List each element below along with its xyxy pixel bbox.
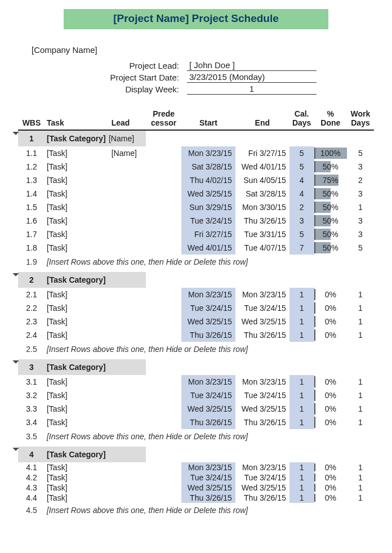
cell-lead[interactable] [110,493,146,503]
cell-task[interactable]: [Task] [45,200,110,214]
cell-start[interactable]: Thu 3/26/15 [181,328,235,342]
cell-lead[interactable] [110,200,146,214]
cell-end[interactable]: Thu 3/26/15 [235,493,289,503]
cell-start[interactable]: Wed 3/25/15 [181,483,235,493]
cell-end[interactable]: Wed 3/25/15 [235,315,289,328]
cell-pct-done[interactable]: 0% [314,483,347,493]
cell-pct-done[interactable]: 0% [314,493,347,503]
cell-task[interactable]: [Task] [45,416,110,429]
cell-task[interactable]: [Task] [45,472,110,483]
cell-predecessor[interactable] [146,472,181,483]
cell-start[interactable]: Mon 3/23/15 [181,288,235,301]
meta-lead-value[interactable]: [ John Doe ] [187,60,317,71]
cell-end[interactable]: Thu 3/26/15 [235,416,289,429]
cell-pct-done[interactable]: 100% [314,146,347,160]
cell-pct-done[interactable]: 50% [314,200,347,214]
cell-pct-done[interactable]: 0% [314,462,347,472]
cell-start[interactable]: Mon 3/23/15 [181,146,235,160]
cell-task[interactable]: [Task] [45,483,110,493]
cell-lead[interactable] [110,328,146,342]
cell-predecessor[interactable] [146,200,181,214]
cell-pct-done[interactable]: 50% [314,187,347,200]
cell-end[interactable]: Tue 3/31/15 [235,228,289,241]
meta-week-value[interactable]: 1 [187,84,317,95]
cell-start[interactable]: Wed 3/25/15 [181,315,235,328]
cell-pct-done[interactable]: 50% [314,160,347,173]
cell-pct-done[interactable]: 0% [314,472,347,483]
cell-end[interactable]: Mon 3/30/15 [235,200,289,214]
cell-predecessor[interactable] [146,328,181,342]
cell-end[interactable]: Thu 3/26/15 [235,328,289,342]
cell-end[interactable]: Wed 3/25/15 [235,483,289,493]
cell-pct-done[interactable]: 0% [314,288,347,301]
cell-end[interactable]: Wed 4/01/15 [235,160,289,173]
cell-lead[interactable] [110,462,146,472]
cell-start[interactable]: Wed 4/01/15 [181,241,235,255]
cell-lead[interactable] [110,315,146,328]
cell-pct-done[interactable]: 0% [314,402,347,416]
cell-pct-done[interactable]: 75% [314,173,347,187]
cell-pct-done[interactable]: 50% [314,241,347,255]
cell-end[interactable]: Tue 3/24/15 [235,389,289,402]
cell-task[interactable]: [Task] [45,402,110,416]
cell-task[interactable]: [Task] [45,389,110,402]
cell-lead[interactable] [110,301,146,315]
cell-predecessor[interactable] [146,146,181,160]
cell-predecessor[interactable] [146,241,181,255]
meta-start-value[interactable]: 3/23/2015 (Monday) [187,72,317,83]
cell-predecessor[interactable] [146,462,181,472]
cell-start[interactable]: Tue 3/24/15 [181,472,235,483]
cell-predecessor[interactable] [146,375,181,389]
cell-task[interactable]: [Task] [45,375,110,389]
cell-end[interactable]: Tue 4/07/15 [235,241,289,255]
cell-start[interactable]: Mon 3/23/15 [181,462,235,472]
cell-start[interactable]: Thu 3/26/15 [181,493,235,503]
cell-lead[interactable] [110,214,146,228]
cell-start[interactable]: Wed 3/25/15 [181,402,235,416]
cell-lead[interactable] [110,389,146,402]
cell-lead[interactable] [110,402,146,416]
cell-task[interactable]: [Task] [45,228,110,241]
cell-pct-done[interactable]: 0% [314,416,347,429]
cell-end[interactable]: Sun 4/05/15 [235,173,289,187]
cell-predecessor[interactable] [146,315,181,328]
cell-end[interactable]: Mon 3/23/15 [235,462,289,472]
cell-pct-done[interactable]: 50% [314,228,347,241]
cell-predecessor[interactable] [146,187,181,200]
cell-predecessor[interactable] [146,288,181,301]
cell-lead[interactable] [110,187,146,200]
cell-task[interactable]: [Task] [45,241,110,255]
cell-lead[interactable] [110,483,146,493]
cell-predecessor[interactable] [146,389,181,402]
cell-predecessor[interactable] [146,214,181,228]
cell-end[interactable]: Mon 3/23/15 [235,288,289,301]
cell-predecessor[interactable] [146,173,181,187]
cell-start[interactable]: Tue 3/24/15 [181,301,235,315]
cell-pct-done[interactable]: 0% [314,301,347,315]
cell-predecessor[interactable] [146,301,181,315]
cell-task[interactable]: [Task] [45,493,110,503]
cell-start[interactable]: Thu 4/02/15 [181,173,235,187]
cell-start[interactable]: Wed 3/25/15 [181,187,235,200]
cell-end[interactable]: Mon 3/23/15 [235,375,289,389]
cell-lead[interactable] [110,288,146,301]
cell-task[interactable]: [Task] [45,160,110,173]
cell-task[interactable]: [Task] [45,214,110,228]
cell-end[interactable]: Tue 3/24/15 [235,301,289,315]
cell-pct-done[interactable]: 0% [314,328,347,342]
cell-lead[interactable] [110,160,146,173]
cell-predecessor[interactable] [146,416,181,429]
cell-start[interactable]: Tue 3/24/15 [181,214,235,228]
cell-end[interactable]: Sat 3/28/15 [235,187,289,200]
cell-pct-done[interactable]: 50% [314,214,347,228]
cell-start[interactable]: Tue 3/24/15 [181,389,235,402]
cell-task[interactable]: [Task] [45,462,110,472]
cell-pct-done[interactable]: 0% [314,375,347,389]
cell-predecessor[interactable] [146,228,181,241]
cell-task[interactable]: [Task] [45,328,110,342]
cell-end[interactable]: Tue 3/24/15 [235,472,289,483]
cell-lead[interactable] [110,241,146,255]
cell-start[interactable]: Sat 3/28/15 [181,160,235,173]
cell-task[interactable]: [Task] [45,315,110,328]
cell-predecessor[interactable] [146,483,181,493]
